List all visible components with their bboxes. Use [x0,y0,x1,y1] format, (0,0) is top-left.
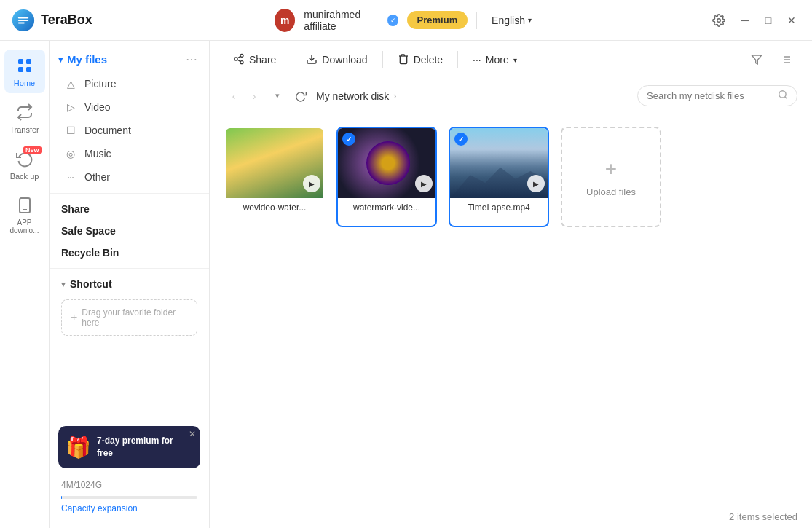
refresh-button[interactable] [291,87,310,106]
maximize-button[interactable]: □ [760,12,777,29]
file-thumbnail: ✓ ▶ [450,128,549,198]
sidebar-item-recycle-bin[interactable]: Recycle Bin [50,242,209,264]
capacity-fill [61,496,62,499]
document-icon: ☐ [64,124,77,137]
sidebar-shortcut-section[interactable]: ▾ Shortcut [50,273,209,295]
other-icon: ··· [64,170,77,184]
search-input[interactable] [647,90,773,101]
upload-plus-icon: + [605,157,617,181]
file-card[interactable]: ✓ ▶ TimeLapse.mp4 [449,127,549,227]
svg-line-22 [785,97,787,99]
video-icon: ▷ [64,101,77,114]
selected-count: 2 items selected [729,511,797,522]
nav-label-transfer: Transfer [9,125,39,134]
file-name: wevideo-water... [226,198,323,217]
upload-card[interactable]: + Upload files [561,127,661,227]
back-button[interactable]: ‹ [224,87,243,106]
svg-point-10 [240,60,243,63]
view-toggle-button[interactable] [774,48,797,71]
svg-rect-4 [18,67,23,72]
share-icon [233,53,245,67]
file-name: TimeLapse.mp4 [450,198,548,217]
search-box [637,85,797,106]
nav-item-app[interactable]: APPdownlo... [4,189,45,240]
language-selector[interactable]: English ▾ [486,12,537,29]
titlebar-right: ─ □ ✕ [537,9,800,32]
sidebar-header: ▾ My files ⋯ [50,50,209,69]
shortcut-arrow-icon: ▾ [61,280,66,289]
toolbar-sep-1 [291,51,291,68]
statusbar: 2 items selected [210,505,812,528]
nav-label-app: APPdownlo... [9,218,39,235]
sidebar-my-files-title[interactable]: ▾ My files [58,53,107,66]
nav-item-transfer[interactable]: Transfer [4,96,45,140]
logo-area: TeraBox [12,9,275,32]
file-card[interactable]: ▶ wevideo-water... [224,127,325,227]
svg-rect-2 [18,59,23,64]
toolbar-sep-3 [457,51,458,68]
settings-button[interactable] [707,9,730,32]
svg-point-21 [779,91,786,98]
sidebar-item-music[interactable]: ◎ Music [50,142,209,165]
svg-line-11 [237,60,241,62]
download-button[interactable]: Download [297,49,376,71]
check-badge: ✓ [342,133,355,146]
search-area [637,85,797,106]
check-badge: ✓ [454,133,468,146]
svg-marker-14 [752,55,761,64]
play-icon: ▶ [527,175,545,192]
toolbar-right [745,48,797,71]
drag-hint-plus-icon: + [71,311,77,324]
icon-nav: Home Transfer New Back up [0,41,50,528]
delete-button[interactable]: Delete [389,49,452,71]
file-thumbnail: ▶ [226,128,325,198]
more-button[interactable]: ··· More ▾ [464,50,526,70]
file-name: watermark-vide... [338,198,435,217]
sidebar-item-video[interactable]: ▷ Video [50,95,209,119]
user-name: munirahmed affiliate ✓ [304,9,398,32]
svg-line-12 [237,56,241,58]
sidebar-item-document[interactable]: ☐ Document [50,119,209,142]
content-area: Share Download Delete [210,41,812,528]
divider [476,12,477,29]
app-icon [15,195,35,216]
breadcrumb: My network disk › [316,90,396,102]
sidebar-item-share[interactable]: Share [50,198,209,220]
nav-item-backup[interactable]: New Back up [4,143,45,186]
capacity-label: 4M/1024G [50,474,209,493]
forward-button[interactable]: › [245,87,264,106]
sidebar-more-button[interactable]: ⋯ [186,52,197,66]
promo-image: 🎁 [66,436,91,460]
app-title: TeraBox [41,12,92,28]
upload-label: Upload files [586,186,636,197]
search-icon[interactable] [778,90,788,102]
sidebar-item-other[interactable]: ··· Other [50,165,209,189]
filter-button[interactable] [745,48,768,71]
file-card[interactable]: ✓ ▶ watermark-vide... [336,127,437,227]
titlebar-center: m munirahmed affiliate ✓ Premium English… [275,9,537,32]
close-button[interactable]: ✕ [783,12,800,29]
capacity-expansion-link[interactable]: Capacity expansion [50,502,209,519]
breadcrumb-chevron-icon: › [393,91,396,101]
picture-icon: △ [64,77,77,90]
svg-rect-5 [26,67,31,72]
premium-button[interactable]: Premium [407,11,468,29]
promo-close-button[interactable]: ✕ [189,429,196,439]
more-dots-icon: ··· [473,54,481,66]
promo-card[interactable]: ✕ 🎁 7-day premium for free [58,426,200,468]
sidebar-item-safe-space[interactable]: Safe Space [50,220,209,242]
sidebar-drag-hint: + Drag your favorite folder here [61,299,197,336]
file-thumbnail: ✓ ▶ [338,128,437,198]
nav-item-home[interactable]: Home [4,50,45,93]
nav-label-backup: Back up [10,172,39,181]
svg-point-1 [717,18,721,22]
history-dropdown-button[interactable]: ▾ [269,88,285,104]
minimize-button[interactable]: ─ [736,12,754,29]
capacity-bar [61,496,197,499]
new-badge: New [23,146,42,154]
sidebar-item-picture[interactable]: △ Picture [50,72,209,95]
play-icon: ▶ [303,175,320,192]
nav-label-home: Home [14,79,35,87]
chevron-down-icon: ▾ [528,16,532,24]
share-button[interactable]: Share [224,49,285,71]
